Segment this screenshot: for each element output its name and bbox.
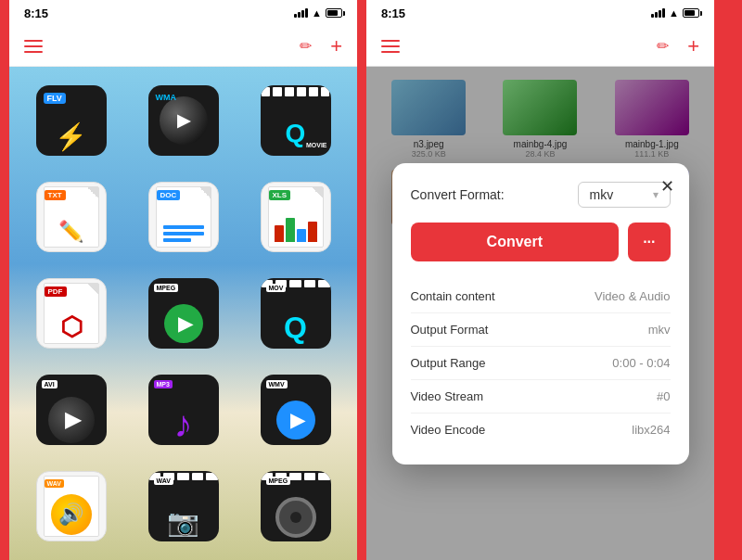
wifi-icon-right: ▲ (669, 7, 679, 19)
txt-icon: TXT ✏️ (36, 182, 107, 252)
doc-icon: DOC (148, 182, 219, 252)
status-time-right: 8:15 (381, 6, 405, 20)
add-button-right[interactable]: + (687, 34, 699, 58)
info-key: Contain content (411, 289, 495, 303)
right-phone: 8:15 ▲ ✏ + (366, 0, 714, 560)
signal-icon (294, 8, 308, 18)
wmv-icon: WMV ▶ (261, 375, 331, 445)
avi-icon: AVI ▶ (36, 375, 107, 445)
info-row-stream: Video Stream #0 (411, 380, 671, 414)
wav-gold-icon: WAV 🔊 (36, 471, 107, 541)
list-item[interactable]: MP3 ♪ (133, 367, 234, 452)
list-item[interactable]: MPEG ▶ (133, 271, 234, 356)
info-row-format: Output Format mkv (411, 313, 671, 347)
format-select[interactable]: mkv ▾ (578, 182, 671, 208)
list-item[interactable]: DOC (133, 174, 234, 260)
mov-icon: MOV Q (261, 278, 331, 349)
info-key: Video Stream (411, 389, 484, 403)
info-val: 0:00 - 0:04 (612, 356, 670, 370)
format-label: Convert Format: (411, 187, 505, 202)
list-item[interactable]: WAV 📷 (133, 464, 234, 549)
left-phone: 8:15 ▲ ✏ + FLV ⚡ (9, 0, 357, 560)
list-item[interactable]: PDF ⬡ (20, 271, 122, 356)
toolbar-right: ✏ + (366, 26, 714, 67)
menu-button-right[interactable] (381, 40, 400, 53)
add-button-left[interactable]: + (330, 34, 342, 58)
format-value: mkv (590, 187, 614, 202)
icon-grid: FLV ⚡ WMA ▶ Q MOVIE (9, 67, 357, 560)
info-row-encode: Video Encode libx264 (411, 414, 671, 446)
convert-button[interactable]: Convert (411, 223, 620, 261)
file-browser: n3.jpeg 325.0 KB mainbg-4.jpg 28.4 KB ma… (366, 67, 714, 560)
list-item[interactable]: WAV 🔊 (20, 464, 122, 549)
menu-button-left[interactable] (24, 40, 43, 53)
convert-modal: ✕ Convert Format: mkv ▾ Convert ··· (392, 163, 689, 465)
status-time-left: 8:15 (24, 6, 48, 20)
list-item[interactable]: Q MOVIE (245, 78, 346, 163)
flv-icon: FLV ⚡ (36, 85, 107, 156)
status-icons-right: ▲ (651, 7, 699, 19)
mpeg-icon: MPEG ▶ (148, 278, 219, 349)
status-bar-right: 8:15 ▲ (366, 0, 714, 26)
toolbar-left: ✏ + (9, 26, 357, 67)
info-val: libx264 (632, 423, 670, 437)
status-bar-left: 8:15 ▲ (9, 0, 357, 26)
info-key: Video Encode (411, 423, 486, 437)
mpeg2-icon: MPEG (261, 471, 331, 541)
modal-overlay: ✕ Convert Format: mkv ▾ Convert ··· (366, 67, 714, 560)
modal-close-button[interactable]: ✕ (660, 176, 674, 197)
info-val: mkv (648, 323, 671, 337)
info-row-range: Output Range 0:00 - 0:04 (411, 347, 671, 380)
wifi-icon: ▲ (312, 7, 322, 19)
battery-icon (326, 8, 342, 18)
battery-icon-right (683, 8, 699, 18)
list-item[interactable]: TXT ✏️ (20, 174, 122, 260)
list-item[interactable]: WMA ▶ (133, 78, 234, 163)
list-item[interactable]: MPEG (245, 464, 346, 549)
chevron-down-icon: ▾ (653, 188, 659, 201)
info-val: Video & Audio (595, 289, 670, 303)
modal-buttons: Convert ··· (411, 223, 671, 261)
info-row-contain: Contain content Video & Audio (411, 280, 671, 313)
wma-icon: WMA ▶ (148, 85, 219, 156)
more-button[interactable]: ··· (628, 223, 670, 261)
info-val: #0 (657, 389, 670, 403)
mp3-icon: MP3 ♪ (148, 375, 219, 445)
pdf-icon: PDF ⬡ (36, 278, 107, 349)
info-rows: Contain content Video & Audio Output For… (411, 280, 671, 446)
info-key: Output Format (411, 323, 489, 337)
xls-icon: XLS (261, 182, 331, 252)
format-row: Convert Format: mkv ▾ (411, 182, 671, 208)
list-item[interactable]: WMV ▶ (245, 367, 346, 452)
wav-film-icon: WAV 📷 (148, 471, 219, 541)
status-icons-left: ▲ (294, 7, 342, 19)
edit-button-left[interactable]: ✏ (300, 37, 312, 55)
list-item[interactable]: XLS (245, 174, 346, 260)
list-item[interactable]: MOV Q (245, 271, 346, 356)
movie-icon: Q MOVIE (261, 85, 331, 156)
edit-button-right[interactable]: ✏ (657, 37, 669, 55)
signal-icon-right (651, 8, 665, 18)
info-key: Output Range (411, 356, 486, 370)
list-item[interactable]: AVI ▶ (20, 367, 122, 452)
list-item[interactable]: FLV ⚡ (20, 78, 122, 163)
